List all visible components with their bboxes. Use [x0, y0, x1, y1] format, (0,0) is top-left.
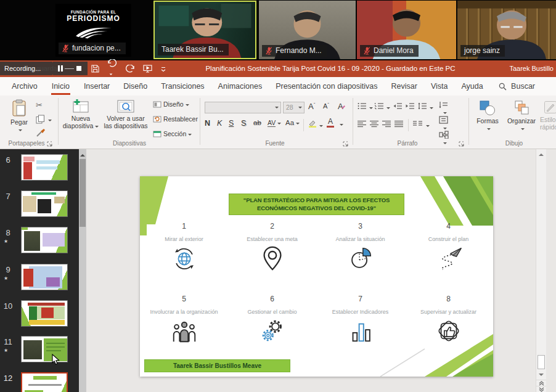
undo-button[interactable] [107, 59, 117, 78]
font-color-dropdown[interactable] [338, 120, 343, 128]
numbering-button[interactable] [375, 102, 384, 110]
format-painter-button[interactable] [36, 128, 46, 139]
underline-button[interactable]: S [229, 119, 234, 128]
strikethrough-button[interactable]: ab [253, 119, 261, 126]
slide-thumbnail-12-selected[interactable] [21, 372, 68, 392]
slide-title-banner[interactable]: "PLAN ESTRATÉGICO PARA MITIGAR LOS EFECT… [229, 194, 404, 215]
new-slide-label-1: Nueva [62, 115, 100, 122]
copy-button[interactable] [36, 115, 45, 125]
scrollbar-thumb[interactable] [538, 355, 545, 369]
slide-thumbnail-6[interactable] [21, 154, 68, 181]
redo-button[interactable] [125, 65, 135, 73]
change-case-button[interactable]: Aa [285, 119, 300, 126]
new-slide-button[interactable]: Nueva diapositiva [62, 99, 100, 129]
bullets-button[interactable] [358, 102, 367, 110]
slide-thumbnail-8[interactable] [21, 227, 68, 253]
participant-name-badge: Fernando M... [262, 45, 327, 57]
align-right-button[interactable] [382, 120, 391, 128]
reuse-slides-button[interactable]: Volver a usar las diapositivas [101, 99, 150, 129]
text-shadow-button[interactable]: S [241, 119, 246, 128]
slide-layout-button[interactable]: Diseño [153, 100, 206, 108]
align-center-button[interactable] [370, 120, 378, 128]
shrink-font-button[interactable]: Aˇ [323, 102, 329, 110]
undo-dropdown-caret-icon[interactable] [110, 74, 113, 77]
character-spacing-button[interactable]: AV [268, 119, 281, 127]
slide-footer-banner[interactable]: Taarek Bassir Bustillos Meave [144, 359, 290, 372]
arrange-button[interactable]: Organizar [504, 100, 539, 132]
justify-button[interactable] [395, 120, 403, 128]
save-button[interactable] [91, 65, 99, 73]
search-box[interactable]: Buscar [499, 77, 535, 96]
slide-thumbnail-9[interactable] [21, 264, 68, 290]
start-slideshow-button[interactable] [143, 65, 152, 73]
text-highlight-button[interactable] [308, 118, 323, 129]
bold-button[interactable]: N [205, 119, 210, 128]
tab-transiciones[interactable]: Transiciones [154, 77, 211, 96]
paragraph-dialog-launcher[interactable] [459, 141, 465, 147]
columns-button[interactable] [413, 120, 422, 128]
current-slide[interactable]: "PLAN ESTRATÉGICO PARA MITIGAR LOS EFECT… [140, 176, 493, 377]
reset-slide-button[interactable]: Restablecer [153, 115, 206, 123]
main-vertical-scrollbar[interactable] [536, 149, 546, 392]
align-left-button[interactable] [358, 120, 366, 128]
tab-vista[interactable]: Vista [424, 77, 455, 96]
account-user-name[interactable]: Taarek Bustillo [509, 60, 554, 77]
tab-insertar[interactable]: Insertar [77, 77, 117, 96]
slide-number: 6 [1, 155, 15, 165]
tab-animaciones[interactable]: Animaciones [211, 77, 269, 96]
line-spacing-button[interactable] [418, 102, 427, 110]
scroll-up-arrow-icon[interactable] [80, 152, 85, 157]
tab-ayuda[interactable]: Ayuda [455, 77, 490, 96]
italic-button[interactable]: K [217, 119, 222, 128]
columns-dropdown[interactable] [424, 121, 430, 129]
numbering-dropdown[interactable] [385, 104, 390, 111]
align-text-button[interactable] [439, 116, 449, 131]
increase-indent-button[interactable] [406, 102, 415, 110]
participant-tile-taarek[interactable]: Taarek Bassir Bu... [153, 1, 256, 59]
participant-tile-fernando[interactable]: Fernando M... [259, 1, 356, 59]
participant-tile-fundacion[interactable]: FUNDACIÓN PARA EL PERIODISMO fundacion p… [55, 4, 131, 57]
slide-number: 9 [1, 265, 15, 274]
section-button[interactable]: Sección [153, 130, 206, 137]
participant-name: jorge sainz [464, 46, 500, 55]
slide-thumbnail-7[interactable] [21, 190, 68, 217]
participant-tile-daniel[interactable]: Daniel Mora [357, 1, 456, 59]
font-dialog-launcher[interactable] [343, 141, 349, 147]
bullets-dropdown[interactable] [367, 104, 373, 111]
font-name-combo[interactable] [205, 102, 281, 113]
slide-thumbnail-11[interactable] [21, 336, 68, 362]
grow-font-button[interactable]: Aˇ​ [308, 102, 315, 111]
text-direction-button[interactable] [439, 101, 449, 116]
font-color-button[interactable]: A [327, 118, 334, 128]
thumbnail-panel-scrollbar[interactable] [79, 149, 86, 392]
tab-inicio[interactable]: Inicio [44, 77, 77, 96]
quick-styles-button[interactable]: Estilos rápidos [540, 100, 556, 131]
recorder-stop-button[interactable] [76, 66, 81, 71]
shapes-button[interactable]: Formas [473, 100, 502, 132]
tab-archivo[interactable]: Archivo [5, 77, 44, 96]
slide-thumbnail-10[interactable] [21, 300, 68, 327]
steps-row-1: 1 Mirar al exterior 2 Establecer una met… [140, 222, 493, 272]
line-spacing-dropdown[interactable] [428, 104, 433, 111]
participant-tile-jorge[interactable]: jorge sainz [457, 1, 556, 59]
tab-diseno[interactable]: Diseño [117, 77, 154, 96]
recorder-pause-button[interactable] [58, 65, 63, 71]
scrollbar-thumb[interactable] [80, 159, 86, 227]
tab-presentacion[interactable]: Presentación con diapositivas [269, 77, 384, 96]
cut-button[interactable]: ✂ [36, 100, 43, 110]
participant-name-badge: jorge sainz [460, 45, 505, 57]
qat-customize-button[interactable] [160, 66, 166, 72]
scroll-down-button[interactable] [536, 370, 546, 380]
scroll-up-button[interactable] [536, 150, 546, 160]
next-slide-button[interactable] [536, 386, 546, 392]
tab-revisar[interactable]: Revisar [385, 77, 424, 96]
clipboard-dialog-launcher[interactable] [47, 141, 53, 147]
clear-formatting-button[interactable]: A [338, 102, 347, 111]
pie-chart-icon [346, 244, 375, 272]
font-size-combo[interactable]: 28 [283, 102, 305, 113]
decrease-indent-button[interactable] [393, 102, 403, 110]
paste-button[interactable]: Pegar [5, 99, 33, 133]
copy-dropdown[interactable] [46, 116, 52, 123]
paper-plane-path-icon [435, 244, 463, 272]
section-label: Sección [163, 130, 186, 137]
